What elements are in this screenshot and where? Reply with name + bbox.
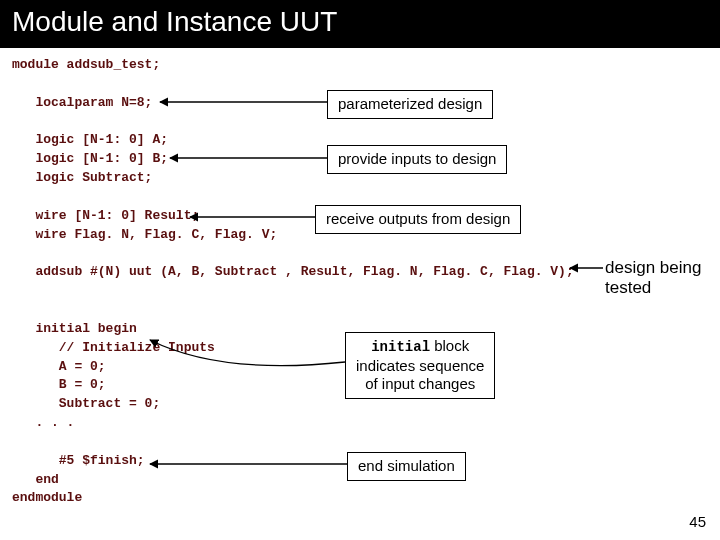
- code-line: addsub #(N) uut (A, B, Subtract , Result…: [12, 264, 574, 279]
- code-line: logic [N-1: 0] A;: [12, 132, 168, 147]
- code-line: B = 0;: [12, 377, 106, 392]
- callout-endsim: end simulation: [347, 452, 466, 481]
- code-line: module addsub_test;: [12, 57, 160, 72]
- code-line: logic [N-1: 0] B;: [12, 151, 168, 166]
- callout-parameterized: parameterized design: [327, 90, 493, 119]
- code-line: end: [12, 472, 59, 487]
- side-label-design-tested: design being tested: [605, 258, 701, 299]
- code-line: Subtract = 0;: [12, 396, 160, 411]
- callout-inputs: provide inputs to design: [327, 145, 507, 174]
- code-line: #5 $finish;: [12, 453, 145, 468]
- code-line: wire Flag. N, Flag. C, Flag. V;: [12, 227, 277, 242]
- code-line: logic Subtract;: [12, 170, 152, 185]
- callout-outputs: receive outputs from design: [315, 205, 521, 234]
- code-line: endmodule: [12, 490, 82, 505]
- code-line: localparam N=8;: [12, 95, 152, 110]
- code-line: A = 0;: [12, 359, 106, 374]
- page-number: 45: [689, 513, 706, 530]
- callout-initial-keyword: initial: [371, 339, 430, 355]
- callout-initial: initial block indicates sequence of inpu…: [345, 332, 495, 399]
- code-line: wire [N-1: 0] Result;: [12, 208, 199, 223]
- code-line: // Initialize Inputs: [12, 340, 215, 355]
- code-line: . . .: [12, 415, 74, 430]
- code-line: initial begin: [12, 321, 137, 336]
- slide-title: Module and Instance UUT: [0, 0, 720, 48]
